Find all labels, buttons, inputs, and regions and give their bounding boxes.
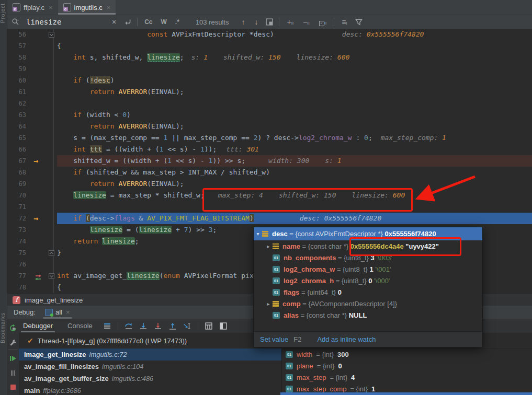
code-text[interactable]: linesize = (linesize + 7) >> 3; bbox=[57, 224, 217, 236]
exclude-occurrence-icon[interactable]: ✓II bbox=[317, 18, 329, 26]
gutter[interactable]: 74 bbox=[7, 236, 57, 247]
frame-row[interactable]: mainffplay.c:3686 bbox=[19, 385, 281, 395]
gutter[interactable]: 73 bbox=[7, 224, 57, 236]
fold-end-marker-icon[interactable] bbox=[49, 250, 54, 256]
code-line-70[interactable]: 70 linesize = max_step * shifted_w;max_s… bbox=[7, 190, 532, 201]
filter-icon[interactable] bbox=[355, 18, 363, 26]
code-text[interactable]: shifted_w = ((width + (1 << s) - 1)) >> … bbox=[57, 155, 357, 167]
debug-session-tab[interactable]: all × bbox=[43, 306, 72, 319]
expander-icon[interactable]: ▸ bbox=[264, 243, 273, 249]
newline-icon[interactable] bbox=[123, 18, 132, 26]
gutter[interactable]: 78 bbox=[7, 282, 57, 293]
popup-row-nb_components[interactable]: 01nb_components = {uint8_t} 3 '\003' bbox=[254, 252, 482, 263]
code-line-66[interactable]: 66 int ttt = ((width + (1 << s) - 1));tt… bbox=[7, 144, 532, 155]
clear-search-icon[interactable]: × bbox=[110, 18, 118, 26]
code-text[interactable]: if (width < 0) bbox=[57, 109, 131, 121]
prev-occurrence-button[interactable]: ↑ bbox=[239, 18, 247, 26]
stop-icon[interactable] bbox=[9, 383, 17, 391]
code-text[interactable]: int av_image_get_linesize(enum AVPixelFo… bbox=[57, 270, 258, 282]
fold-marker-icon[interactable] bbox=[49, 32, 54, 38]
gutter[interactable]: 76 bbox=[7, 259, 57, 270]
stripe-label-project[interactable]: Project bbox=[0, 3, 7, 23]
gutter[interactable]: 64 bbox=[7, 121, 57, 132]
gutter[interactable]: 77 bbox=[7, 270, 57, 282]
rerun-icon[interactable] bbox=[9, 324, 17, 332]
tab-debugger[interactable]: Debugger bbox=[19, 321, 57, 331]
code-text[interactable]: int ttt = ((width + (1 << s) - 1));ttt: … bbox=[57, 144, 275, 155]
code-text[interactable]: { bbox=[57, 40, 61, 52]
close-icon[interactable]: × bbox=[66, 308, 70, 316]
expander-icon[interactable]: ▸ bbox=[264, 301, 273, 307]
code-line-72[interactable]: 72→ if (desc->flags & AV_PIX_FMT_FLAG_BI… bbox=[7, 213, 532, 224]
gutter[interactable]: 57 bbox=[7, 40, 57, 52]
code-line-61[interactable]: 61 return AVERROR(EINVAL); bbox=[7, 86, 532, 98]
gutter[interactable]: 69 bbox=[7, 178, 57, 190]
code-text[interactable]: if (!desc) bbox=[57, 75, 115, 86]
gutter[interactable]: 60 bbox=[7, 75, 57, 86]
settings-wrench-icon[interactable] bbox=[9, 339, 17, 347]
whole-words-toggle[interactable]: W bbox=[160, 18, 168, 26]
variable-row[interactable]: 01width= {int}300 bbox=[286, 348, 532, 360]
code-line-56[interactable]: 56 const AVPixFmtDescriptor *desc)desc: … bbox=[7, 29, 532, 40]
set-value-link[interactable]: Set value bbox=[260, 335, 288, 343]
code-line-60[interactable]: 60 if (!desc) bbox=[7, 75, 532, 86]
code-line-71[interactable]: 71 bbox=[7, 201, 532, 213]
gutter[interactable]: 67→ bbox=[7, 155, 57, 167]
code-line-67[interactable]: 67→ shifted_w = ((width + (1 << s) - 1))… bbox=[7, 155, 532, 167]
code-text[interactable]: if (desc->flags & AV_PIX_FMT_FLAG_BITSTR… bbox=[57, 213, 397, 224]
gutter[interactable]: 72→ bbox=[7, 213, 57, 224]
code-line-57[interactable]: 57{ bbox=[7, 40, 532, 52]
pause-icon[interactable] bbox=[9, 369, 17, 377]
code-line-65[interactable]: 65 s = (max_step_comp == 1 || max_step_c… bbox=[7, 132, 532, 144]
variable-row[interactable]: 01max_step= {int}4 bbox=[286, 371, 532, 383]
search-in-selection-icon[interactable] bbox=[265, 18, 274, 26]
editor-tab-imgutils[interactable]: imgutils.c × bbox=[58, 0, 116, 15]
gutter[interactable]: 71 bbox=[7, 201, 57, 213]
gutter[interactable]: 70 bbox=[7, 190, 57, 201]
tab-console[interactable]: Console bbox=[63, 321, 97, 331]
breadcrumb-function[interactable]: image_get_linesize bbox=[25, 296, 83, 304]
remove-occurrence-icon[interactable]: −II bbox=[301, 18, 312, 26]
popup-row-log2_chroma_w[interactable]: 01log2_chroma_w = {uint8_t} 1 '\001' bbox=[254, 263, 482, 275]
match-case-toggle[interactable]: Cc bbox=[143, 18, 154, 26]
code-text[interactable]: const AVPixFmtDescriptor *desc)desc: 0x5… bbox=[57, 29, 439, 40]
threads-view-icon[interactable] bbox=[103, 322, 111, 330]
step-over-icon[interactable] bbox=[124, 322, 133, 330]
code-text[interactable]: return linesize; bbox=[57, 236, 139, 247]
code-line-68[interactable]: 68 if (shifted_w && max_step > INT_MAX /… bbox=[7, 167, 532, 178]
frame-row[interactable]: av_image_get_buffer_sizeimgutils.c:486 bbox=[19, 373, 281, 385]
code-text[interactable]: return AVERROR(EINVAL); bbox=[57, 86, 184, 98]
gutter[interactable]: 63 bbox=[7, 109, 57, 121]
code-line-59[interactable]: 59 bbox=[7, 63, 532, 75]
code-text[interactable]: return AVERROR(EINVAL); bbox=[57, 121, 184, 132]
force-step-into-icon[interactable] bbox=[154, 322, 162, 330]
step-into-icon[interactable] bbox=[139, 322, 148, 330]
code-text[interactable]: s = (max_step_comp == 1 || max_step_comp… bbox=[57, 132, 462, 144]
gutter[interactable]: 66 bbox=[7, 144, 57, 155]
popup-row-name[interactable]: ▸name = {const char *} 0x555556dc4a4e "u… bbox=[254, 240, 482, 252]
code-line-63[interactable]: 63 if (width < 0) bbox=[7, 109, 532, 121]
next-occurrence-button[interactable]: ↓ bbox=[252, 18, 260, 26]
regex-toggle[interactable]: .* bbox=[174, 18, 181, 26]
select-all-occurrences-icon[interactable]: ≡I bbox=[339, 18, 349, 26]
gutter[interactable]: 59 bbox=[7, 63, 57, 75]
add-inline-watch-link[interactable]: Add as inline watch bbox=[317, 335, 376, 343]
step-out-icon[interactable] bbox=[168, 322, 177, 330]
code-text[interactable]: } bbox=[57, 247, 61, 259]
gutter[interactable]: 61 bbox=[7, 86, 57, 98]
close-icon[interactable]: × bbox=[107, 4, 111, 11]
popup-row-flags[interactable]: 01flags = {uint64_t} 0 bbox=[254, 286, 482, 298]
code-line-64[interactable]: 64 return AVERROR(EINVAL); bbox=[7, 121, 532, 132]
code-text[interactable]: linesize = max_step * shifted_w;max_step… bbox=[57, 190, 421, 201]
add-occurrence-icon[interactable]: +II bbox=[285, 18, 296, 26]
gutter[interactable]: 58 bbox=[7, 52, 57, 63]
code-line-69[interactable]: 69 return AVERROR(EINVAL); bbox=[7, 178, 532, 190]
layout-settings-icon[interactable] bbox=[219, 322, 228, 330]
expander-icon[interactable]: ▾ bbox=[254, 231, 262, 237]
variable-row[interactable]: 01plane= {int}0 bbox=[286, 360, 532, 371]
search-input[interactable]: linesize bbox=[26, 18, 105, 26]
code-text[interactable]: { bbox=[57, 282, 61, 293]
editor-tab-ffplay[interactable]: ffplay.c × bbox=[7, 0, 58, 15]
code-text[interactable]: int s, shifted_w, linesize;s: 1shifted_w… bbox=[57, 52, 365, 63]
code-line-58[interactable]: 58 int s, shifted_w, linesize;s: 1shifte… bbox=[7, 52, 532, 63]
